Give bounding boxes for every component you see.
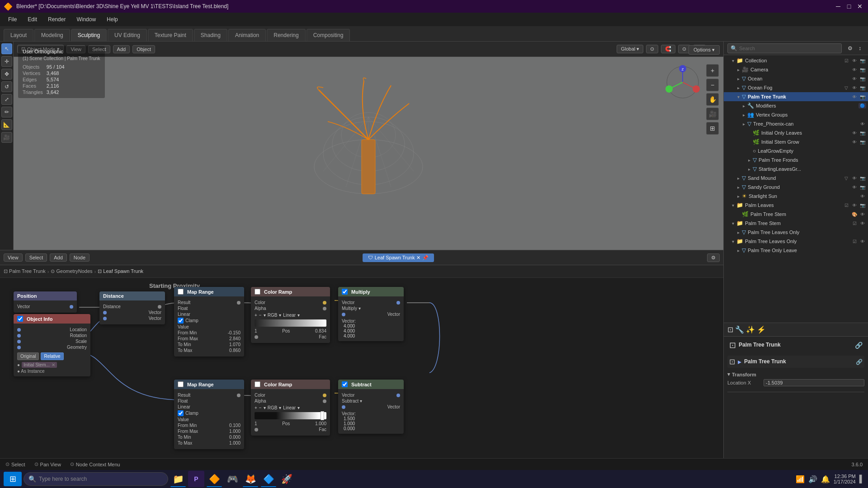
prop-modifiers-icon[interactable]: 🔧 <box>735 325 744 334</box>
tab-modeling[interactable]: Modeling <box>34 29 70 41</box>
minimize-button[interactable]: ─ <box>834 2 843 11</box>
ocean-fog-filter[interactable]: ▽ <box>843 84 850 91</box>
node-object-info[interactable]: Object Info Location Rotation Scale Geom… <box>14 314 90 376</box>
zoom-in-button[interactable]: + <box>706 64 719 77</box>
node-select-menu[interactable]: Select <box>25 253 47 262</box>
zoom-out-button[interactable]: − <box>706 79 719 91</box>
pts-check[interactable]: ☑ <box>851 220 858 227</box>
outliner-item-palm-tree-leaf[interactable]: 🌿 Palm Tree Stem 🎨 👁 <box>724 210 868 219</box>
tool-select[interactable]: ↖ <box>1 43 12 54</box>
color-ramp-1-bar[interactable] <box>255 319 326 327</box>
subtract-enable[interactable] <box>342 381 348 387</box>
viewport-gizmo[interactable]: Z <box>665 64 701 100</box>
camera-visibility[interactable]: 👁 <box>851 66 858 73</box>
node-position[interactable]: Position Vector <box>14 291 77 313</box>
outliner-item-palm-tree-fronds[interactable]: ▸ ▽ Palm Tree Fronds <box>724 155 868 164</box>
taskbar-app-firefox[interactable]: 🦊 <box>242 471 259 487</box>
clamp-2-checkbox[interactable] <box>178 410 184 416</box>
window-controls[interactable]: ─ □ ✕ <box>834 2 864 11</box>
outliner-item-starlight-sun[interactable]: ▸ ☀ Starlight Sun 👁 <box>724 192 868 201</box>
close-node-tree-button[interactable]: ✕ <box>416 255 420 261</box>
node-map-range-1[interactable]: Map Range Result Float Linear Clamp Valu… <box>174 287 244 357</box>
node-distance[interactable]: Distance Distance Vector Vector <box>99 291 165 324</box>
clamp-1-checkbox[interactable] <box>178 318 184 324</box>
ptlo-check[interactable]: ☑ <box>851 238 858 245</box>
outliner-item-camera[interactable]: ▸ 🎥 Camera 👁 📷 <box>724 65 868 74</box>
taskbar-clock[interactable]: 12:36 PM 1/17/2024 <box>834 474 856 484</box>
pl-check[interactable]: ☑ <box>843 202 850 209</box>
map-range-1-enable[interactable] <box>178 289 184 295</box>
isg-visibility[interactable]: 👁 <box>851 138 858 145</box>
outliner-item-ocean-fog[interactable]: ▸ ▽ Ocean Fog ▽ 👁 📷 <box>724 83 868 92</box>
outliner-item-sand-mound[interactable]: ▸ ▽ Sand Mound ▽ 👁 📷 <box>724 174 868 183</box>
collection-render[interactable]: 📷 <box>859 57 866 64</box>
taskbar-notification-icon[interactable]: 🔔 <box>821 475 830 483</box>
menu-render[interactable]: Render <box>43 14 70 24</box>
grid-button[interactable]: ⊞ <box>706 122 719 135</box>
ptt-visibility[interactable]: 👁 <box>851 93 858 100</box>
tab-shading[interactable]: Shading <box>194 29 227 41</box>
outliner-item-modifiers[interactable]: ▸ 🔧 Modifiers 🔵 <box>724 101 868 110</box>
outliner-item-vertex-groups[interactable]: ▸ 👥 Vertex Groups <box>724 110 868 119</box>
color-ramp-2-enable[interactable] <box>255 381 260 387</box>
sm-render[interactable]: 📷 <box>859 174 866 182</box>
sg-visibility[interactable]: 👁 <box>851 183 858 191</box>
tool-scale[interactable]: ⤢ <box>1 94 12 105</box>
ptlo-visibility[interactable]: 👁 <box>859 238 866 245</box>
original-tab[interactable]: Original <box>17 352 39 360</box>
tool-camera[interactable]: 🎥 <box>1 132 12 143</box>
outliner-item-sandy-ground[interactable]: ▸ ▽ Sandy Ground 👁 📷 <box>724 183 868 192</box>
relative-tab[interactable]: Relative <box>41 352 63 360</box>
color-ramp-2-bar[interactable] <box>255 412 326 419</box>
outliner-item-initial-stem-grow[interactable]: 🌿 Initial Stem Grow 👁 📷 <box>724 137 868 146</box>
viewport-add-menu[interactable]: Add <box>113 45 130 53</box>
outliner-item-leaf-grow-empty[interactable]: ○ LeafGrowEmpty <box>724 146 868 155</box>
subtract-dropdown[interactable]: Subtract ▾ <box>342 399 400 404</box>
viewport-global-dropdown[interactable]: Global ▾ <box>617 45 643 53</box>
iol-visibility[interactable]: 👁 <box>851 129 858 136</box>
menu-help[interactable]: Help <box>102 14 123 24</box>
start-button[interactable]: ⊞ <box>4 472 22 486</box>
taskbar-app-game[interactable]: 🎮 <box>224 471 241 487</box>
taskbar-app-blender[interactable]: 🔶 <box>206 471 222 487</box>
node-multiply[interactable]: Multiply Vector Multiply ▾ Vector Vector… <box>338 287 404 341</box>
outliner-item-palm-tree-stem-coll[interactable]: ▾ 📁 Palm Tree Stem ☑ 👁 <box>724 219 868 228</box>
tool-rotate[interactable]: ↺ <box>1 81 12 92</box>
outliner-item-palm-tree-stem[interactable]: ▸ ▽ Palm Tree Leaves Only <box>724 228 868 237</box>
viewport-options-button[interactable]: Options ▾ <box>689 45 720 55</box>
tab-texture-paint[interactable]: Texture Paint <box>148 29 193 41</box>
outliner-item-palm-tree-leaves-only[interactable]: ▾ 📁 Palm Tree Leaves Only ☑ 👁 <box>724 237 868 246</box>
taskbar-network-icon[interactable]: 📶 <box>796 475 805 483</box>
ocean-fog-render[interactable]: 📷 <box>859 84 866 91</box>
node-view-menu[interactable]: View <box>4 253 23 262</box>
tp-visibility[interactable]: 👁 <box>859 120 866 127</box>
node-color-ramp-2[interactable]: Color Ramp Color Alpha +−▾RGB▾Linear▾ 1P… <box>251 380 330 436</box>
menu-file[interactable]: File <box>4 14 21 24</box>
sm-visibility[interactable]: 👁 <box>851 174 858 182</box>
menu-edit[interactable]: Edit <box>23 14 42 24</box>
map-range-2-enable[interactable] <box>178 381 184 387</box>
viewport-snap[interactable]: 🧲 <box>661 45 675 53</box>
node-map-range-2[interactable]: Map Range Result Float Linear Clamp Valu… <box>174 380 244 449</box>
tab-uv-editing[interactable]: UV Editing <box>108 29 147 41</box>
ocean-render[interactable]: 📷 <box>859 75 866 82</box>
tool-move[interactable]: ✥ <box>1 69 12 80</box>
ptt-render[interactable]: 📷 <box>859 93 866 100</box>
tab-compositing[interactable]: Compositing <box>307 29 350 41</box>
outliner-sort-button[interactable]: ↕ <box>855 44 864 53</box>
sub-object-link[interactable]: 🔗 <box>856 359 863 365</box>
outliner-item-initial-only-leaves[interactable]: 🌿 Initial Only Leaves 👁 📷 <box>724 128 868 137</box>
ocean-fog-visibility[interactable]: 👁 <box>851 84 858 91</box>
camera-render[interactable]: 📷 <box>859 66 866 73</box>
multiply-dropdown[interactable]: Multiply ▾ <box>342 306 400 311</box>
hand-tool-button[interactable]: ✋ <box>706 93 719 106</box>
tool-measure[interactable]: 📐 <box>1 119 12 130</box>
outliner-item-ocean[interactable]: ▸ ▽ Ocean 👁 📷 <box>724 74 868 83</box>
viewport-3d[interactable]: ⊡ Object Mode ▾ View Select Add Object G… <box>14 42 723 250</box>
taskbar-show-desktop[interactable]: ▌ <box>859 475 864 483</box>
sub-object-expand[interactable]: ▸ <box>738 357 741 366</box>
outliner-item-starting-leaves[interactable]: ▸ ▽ StartingLeavesGr... <box>724 164 868 174</box>
object-link-button[interactable]: 🔗 <box>855 342 863 349</box>
taskbar-app-rocket[interactable]: 🚀 <box>278 471 295 487</box>
pl-visibility[interactable]: 👁 <box>851 202 858 209</box>
